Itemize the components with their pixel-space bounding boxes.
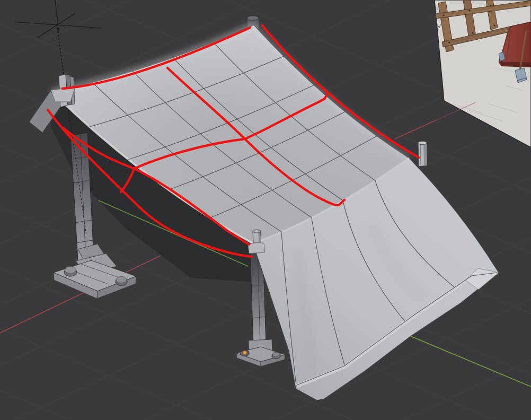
tent-pole-right[interactable]	[418, 141, 427, 167]
viewport-canvas[interactable]: 0.4	[0, 0, 531, 420]
object-origin-dot	[243, 351, 246, 354]
reference-note-label: 0.4	[428, 14, 436, 20]
viewport[interactable]: 0.4	[0, 0, 531, 420]
